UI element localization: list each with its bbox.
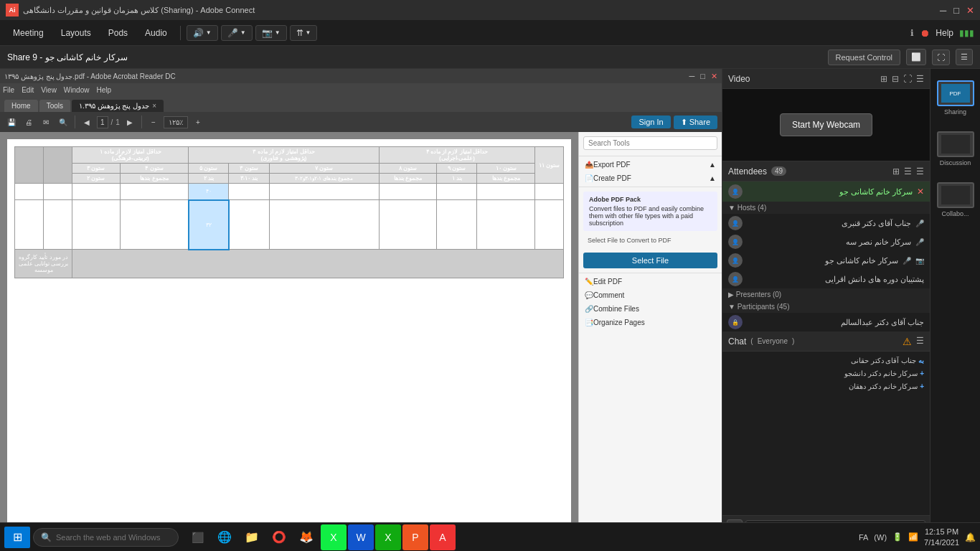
mic-icon: 🎤: [227, 28, 238, 38]
attendees-grid-icon[interactable]: ⊞: [892, 166, 900, 176]
hosts-group-header[interactable]: ▼ Hosts (4): [722, 202, 930, 214]
pdf-menu-file[interactable]: File: [3, 86, 14, 94]
export-label: Export PDF: [593, 161, 709, 169]
pdf-zoom-out[interactable]: −: [146, 115, 161, 129]
mic-btn[interactable]: 🎤 ▼: [221, 25, 253, 41]
request-control-btn[interactable]: Request Control: [828, 50, 901, 65]
pdf-app-controls[interactable]: ─ □ ✕: [689, 72, 717, 81]
pdf-page-sep: /: [111, 118, 113, 126]
presenters-group-header[interactable]: ▶ Presenters (0): [722, 288, 930, 301]
sidebar-comment[interactable]: 💬 Comment: [579, 288, 722, 302]
share-btn[interactable]: ⇈ ▼: [290, 25, 318, 41]
sidebar-organize[interactable]: 📑 Organize Pages: [579, 316, 722, 329]
video-section: Video ⊞ ⊟ ⛶ ☰ Start My Webcam: [722, 69, 930, 161]
current-user-close[interactable]: ✕: [917, 187, 924, 197]
pdf-signin-btn[interactable]: Sign In: [631, 116, 670, 128]
taskbar-battery: 🔋: [892, 532, 903, 542]
record-icon[interactable]: ⏺: [920, 27, 930, 39]
pdf-nav-prev[interactable]: ◀: [80, 115, 94, 129]
camera-btn[interactable]: 📷 ▼: [255, 25, 287, 41]
maximize-btn[interactable]: □: [953, 5, 959, 16]
taskbar-app1[interactable]: ⭕: [266, 524, 292, 550]
pdf-share-btn[interactable]: ⬆Share: [674, 116, 717, 129]
pdf-search-btn[interactable]: 🔍: [56, 115, 70, 129]
pdf-menu-help[interactable]: Help: [96, 86, 111, 94]
video-grid-icon[interactable]: ⊞: [880, 74, 887, 84]
pdf-tab-close[interactable]: ×: [152, 102, 156, 110]
video-menu-icon[interactable]: ☰: [916, 74, 924, 84]
pdf-search-input[interactable]: [583, 136, 717, 150]
create-expand[interactable]: ▲: [709, 174, 716, 182]
menu-pods[interactable]: Pods: [101, 25, 135, 41]
pdf-menu-view[interactable]: View: [41, 86, 57, 94]
pdf-menu-window[interactable]: Window: [64, 86, 90, 94]
pdf-tab-doc[interactable]: جدول پنج پژوهش ۱.۳۹۵ ×: [72, 100, 164, 112]
taskbar-excel[interactable]: X: [321, 524, 347, 550]
taskbar-notification[interactable]: 🔔: [965, 532, 976, 542]
participants-group-header[interactable]: ▼ Participants (45): [722, 301, 930, 313]
windows-icon: ⊞: [13, 530, 22, 544]
comment-icon: 💬: [585, 291, 593, 299]
attendees-menu-icon[interactable]: ☰: [916, 166, 924, 176]
taskbar-ppt[interactable]: P: [402, 524, 428, 550]
pdf-page-num: 1: [97, 116, 108, 128]
taskbar-start-btn[interactable]: ⊞: [4, 527, 30, 548]
host4-name: پشتیبان دوره های دانش اقرایی: [747, 275, 924, 284]
pdf-save-btn[interactable]: 💾: [4, 115, 19, 129]
pdf-nav-next[interactable]: ▶: [123, 115, 137, 129]
sidebar-create-pdf[interactable]: 📄 Create PDF ▲: [579, 171, 722, 185]
export-expand[interactable]: ▲: [709, 161, 716, 169]
pdf-close[interactable]: ✕: [711, 72, 717, 81]
taskbar-search-box[interactable]: 🔍: [33, 528, 179, 547]
pdf-print-btn[interactable]: 🖨: [22, 115, 36, 129]
menu-layouts[interactable]: Layouts: [54, 25, 98, 41]
pdf-zoom-in[interactable]: +: [191, 115, 205, 129]
sidebar-combine[interactable]: 🔗 Combine Files: [579, 302, 722, 316]
volume-btn[interactable]: 🔊 ▼: [187, 25, 218, 41]
fullscreen-btn[interactable]: ⛶: [932, 50, 950, 65]
menu-meeting[interactable]: Meeting: [6, 25, 51, 41]
chat-warn-icon[interactable]: ⚠: [903, 336, 912, 347]
start-webcam-btn[interactable]: Start My Webcam: [780, 113, 872, 136]
title-bar-controls[interactable]: ─ □ ✕: [940, 5, 974, 16]
create-icon: 📄: [585, 174, 593, 182]
taskbar-firefox[interactable]: 🦊: [293, 524, 319, 550]
pdf-email-btn[interactable]: ✉: [39, 115, 53, 129]
help-label[interactable]: Help: [936, 28, 953, 38]
taskbar-acrobat[interactable]: A: [430, 524, 456, 550]
share-arrow: ▼: [306, 29, 311, 36]
pdf-menu-edit[interactable]: Edit: [22, 86, 34, 94]
chat-menu-icon[interactable]: ☰: [916, 336, 924, 347]
video-list-icon[interactable]: ⊟: [892, 74, 899, 84]
sidebar-edit-pdf[interactable]: ✏️ Edit PDF: [579, 275, 722, 288]
pdf-tab-home[interactable]: Home: [4, 100, 38, 112]
hosts-expand: ▼: [728, 204, 735, 212]
video-expand-icon[interactable]: ⛶: [903, 74, 912, 84]
taskbar-edge[interactable]: 🌐: [212, 524, 237, 550]
sharing-thumb-sharing: PDF: [937, 80, 974, 106]
menu-audio[interactable]: Audio: [138, 25, 174, 41]
taskbar-word[interactable]: W: [348, 524, 374, 550]
chat-sender-2: +: [920, 369, 924, 377]
attendees-title: Attendees: [728, 166, 767, 176]
window-title: کلاس همزمان قوانین و مقررات دانشگاهی (Sh…: [23, 6, 255, 15]
sidebar-export-pdf[interactable]: 📤 Export PDF ▲: [579, 158, 722, 171]
fit-btn[interactable]: ⬜: [906, 49, 926, 65]
menu-dots[interactable]: ☰: [956, 49, 973, 65]
sharing-item-collabo[interactable]: Collabo...: [933, 178, 979, 222]
taskbar-task-view[interactable]: ⬛: [184, 524, 210, 550]
info-icon[interactable]: ℹ: [910, 28, 914, 38]
pdf-tab-tools[interactable]: Tools: [39, 100, 70, 112]
sharing-item-sharing[interactable]: PDF Sharing: [933, 76, 979, 120]
taskbar-search-input[interactable]: [56, 533, 171, 542]
pdf-minimize[interactable]: ─: [689, 72, 695, 81]
attendees-list-icon[interactable]: ☰: [904, 166, 912, 176]
taskbar-explorer[interactable]: 📁: [239, 524, 265, 550]
taskbar-excel2[interactable]: X: [375, 524, 401, 550]
minimize-btn[interactable]: ─: [940, 5, 946, 16]
close-btn[interactable]: ✕: [966, 5, 974, 16]
table-row1-col10: ۱۰: [477, 184, 535, 200]
select-file-btn[interactable]: Select File: [583, 253, 717, 268]
pdf-maximize[interactable]: □: [700, 72, 705, 81]
sharing-item-discussion[interactable]: Discussion: [933, 127, 979, 171]
